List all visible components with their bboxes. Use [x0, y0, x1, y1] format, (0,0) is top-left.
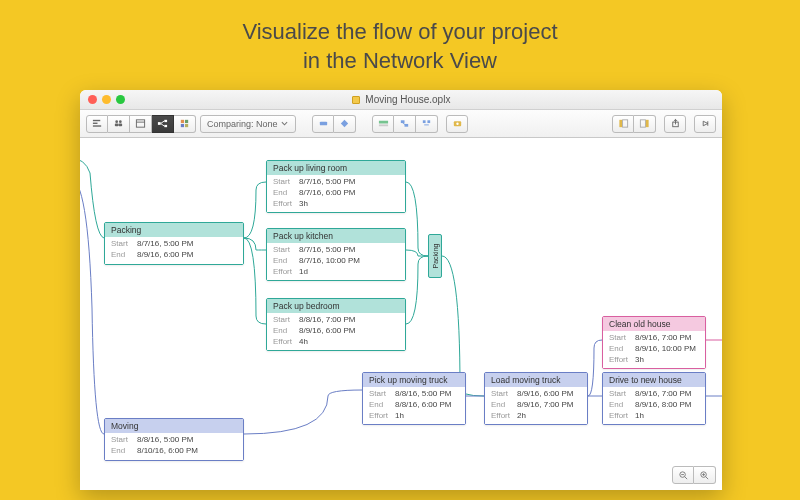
node-drive-new-house[interactable]: Drive to new house Start8/9/16, 7:00 PM … — [602, 372, 706, 425]
node-title: Moving — [105, 419, 243, 433]
svg-rect-11 — [164, 125, 167, 127]
comparing-dropdown[interactable]: Comparing: None — [200, 115, 296, 133]
node-title: Pick up moving truck — [363, 373, 465, 387]
calendar-view-button[interactable] — [130, 115, 152, 133]
resource-view-button[interactable] — [108, 115, 130, 133]
svg-rect-19 — [401, 120, 405, 123]
value-end: 8/9/16, 7:00 PM — [517, 400, 573, 411]
node-body: Start8/9/16, 7:00 PM End8/9/16, 10:00 PM… — [603, 331, 705, 368]
node-packing[interactable]: Packing Start8/7/16, 5:00 PM End8/9/16, … — [104, 222, 244, 265]
svg-rect-6 — [119, 124, 123, 127]
value-end: 8/9/16, 6:00 PM — [137, 250, 193, 261]
svg-point-4 — [119, 120, 122, 123]
svg-rect-18 — [378, 124, 387, 126]
value-effort: 2h — [517, 411, 526, 422]
node-title: Packing — [105, 223, 243, 237]
svg-rect-1 — [92, 123, 97, 124]
node-body: Start8/9/16, 7:00 PM End8/9/16, 8:00 PM … — [603, 387, 705, 424]
node-title: Load moving truck — [485, 373, 587, 387]
level-button[interactable] — [416, 115, 438, 133]
label-end: End — [273, 188, 295, 199]
node-body: Start8/7/16, 5:00 PM End8/7/16, 6:00 PM … — [267, 175, 405, 212]
toggle-inspector-button[interactable] — [634, 115, 656, 133]
node-title: Pack up bedroom — [267, 299, 405, 313]
svg-rect-7 — [136, 120, 144, 127]
network-canvas[interactable]: Packing Start8/7/16, 5:00 PM End8/9/16, … — [80, 138, 722, 490]
node-title: Pack up living room — [267, 161, 405, 175]
label-start: Start — [491, 389, 513, 400]
minimize-icon[interactable] — [102, 95, 111, 104]
zoom-out-button[interactable] — [672, 466, 694, 484]
value-start: 8/8/16, 5:00 PM — [395, 389, 451, 400]
svg-rect-17 — [378, 121, 387, 124]
value-start: 8/9/16, 6:00 PM — [517, 389, 573, 400]
svg-rect-25 — [619, 120, 622, 127]
node-packing-group[interactable]: Packing — [428, 234, 442, 278]
svg-rect-9 — [158, 122, 161, 125]
value-effort: 4h — [299, 337, 308, 348]
gantt-view-button[interactable] — [86, 115, 108, 133]
snapshot-button[interactable] — [446, 115, 468, 133]
baseline-group — [372, 115, 438, 133]
svg-rect-21 — [423, 120, 426, 123]
zoom-in-button[interactable] — [694, 466, 716, 484]
node-body: Start8/8/16, 7:00 PM End8/9/16, 6:00 PM … — [267, 313, 405, 350]
svg-rect-0 — [92, 120, 99, 121]
svg-line-31 — [684, 476, 687, 479]
more-button[interactable] — [694, 115, 716, 133]
node-body: Start8/9/16, 6:00 PM End8/9/16, 7:00 PM … — [485, 387, 587, 424]
window-controls — [80, 95, 125, 104]
node-clean-house[interactable]: Clean old house Start8/9/16, 7:00 PM End… — [602, 316, 706, 369]
add-task-button[interactable] — [312, 115, 334, 133]
node-body: Start8/8/16, 5:00 PM End8/8/16, 6:00 PM … — [363, 387, 465, 424]
document-icon — [352, 96, 360, 104]
value-end: 8/7/16, 10:00 PM — [299, 256, 360, 267]
node-load-truck[interactable]: Load moving truck Start8/9/16, 6:00 PM E… — [484, 372, 588, 425]
marketing-tagline: Visualize the flow of your project in th… — [0, 0, 800, 89]
network-view-button[interactable] — [152, 115, 174, 133]
node-pack-kitchen[interactable]: Pack up kitchen Start8/7/16, 5:00 PM End… — [266, 228, 406, 281]
tagline-line1: Visualize the flow of your project — [242, 19, 557, 44]
node-pickup-truck[interactable]: Pick up moving truck Start8/8/16, 5:00 P… — [362, 372, 466, 425]
task-edit-group — [312, 115, 356, 133]
inspector-group — [612, 115, 656, 133]
window-title: Moving House.oplx — [80, 94, 722, 105]
styles-view-button[interactable] — [174, 115, 196, 133]
value-start: 8/8/16, 7:00 PM — [299, 315, 355, 326]
value-effort: 1h — [395, 411, 404, 422]
node-title: Drive to new house — [603, 373, 705, 387]
label-start: Start — [609, 389, 631, 400]
svg-point-24 — [456, 122, 458, 124]
node-title: Pack up kitchen — [267, 229, 405, 243]
fullscreen-icon[interactable] — [116, 95, 125, 104]
label-effort: Effort — [609, 411, 631, 422]
label-start: Start — [273, 177, 295, 188]
node-pack-bedroom[interactable]: Pack up bedroom Start8/8/16, 7:00 PM End… — [266, 298, 406, 351]
svg-rect-22 — [427, 120, 430, 123]
node-body: Start8/7/16, 5:00 PM End8/7/16, 10:00 PM… — [267, 243, 405, 280]
svg-rect-2 — [92, 125, 100, 126]
label-effort: Effort — [491, 411, 513, 422]
svg-rect-27 — [640, 120, 645, 127]
node-title: Clean old house — [603, 317, 705, 331]
node-pack-living-room[interactable]: Pack up living room Start8/7/16, 5:00 PM… — [266, 160, 406, 213]
node-title: Packing — [432, 244, 439, 269]
label-end: End — [609, 344, 631, 355]
view-switcher — [86, 115, 196, 133]
app-window: Moving House.oplx Comparing: None — [80, 90, 722, 490]
toggle-outline-button[interactable] — [612, 115, 634, 133]
catch-up-button[interactable] — [372, 115, 394, 133]
share-button[interactable] — [664, 115, 686, 133]
node-moving[interactable]: Moving Start8/8/16, 5:00 PM End8/10/16, … — [104, 418, 244, 461]
label-start: Start — [369, 389, 391, 400]
value-end: 8/10/16, 6:00 PM — [137, 446, 198, 457]
label-effort: Effort — [609, 355, 631, 366]
chevron-down-icon — [281, 120, 288, 127]
label-effort: Effort — [273, 337, 295, 348]
value-end: 8/9/16, 6:00 PM — [299, 326, 355, 337]
svg-rect-26 — [622, 120, 627, 127]
close-icon[interactable] — [88, 95, 97, 104]
reschedule-button[interactable] — [394, 115, 416, 133]
add-milestone-button[interactable] — [334, 115, 356, 133]
label-effort: Effort — [273, 199, 295, 210]
